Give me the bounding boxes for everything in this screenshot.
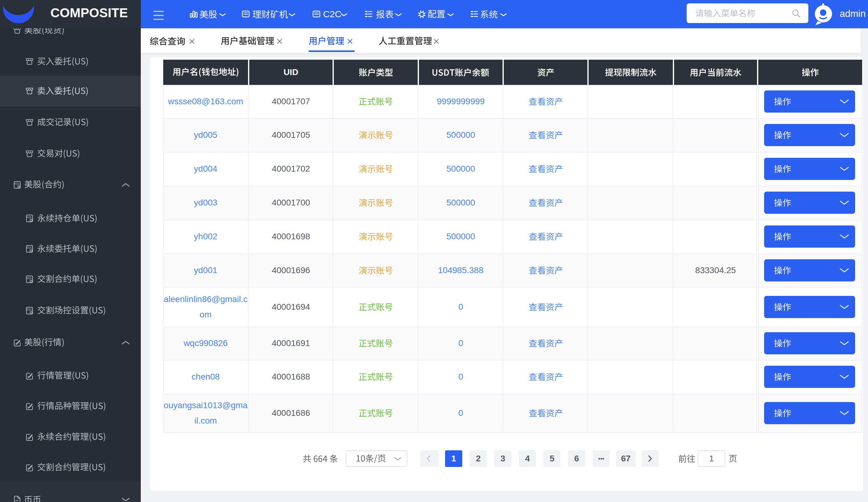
svg-text:SQL: SQL xyxy=(27,215,32,219)
svg-text:SQL: SQL xyxy=(27,308,32,311)
svg-text:SQL: SQL xyxy=(27,277,32,280)
svg-text:SQL: SQL xyxy=(27,246,32,249)
svg-text:SQL: SQL xyxy=(14,182,20,185)
